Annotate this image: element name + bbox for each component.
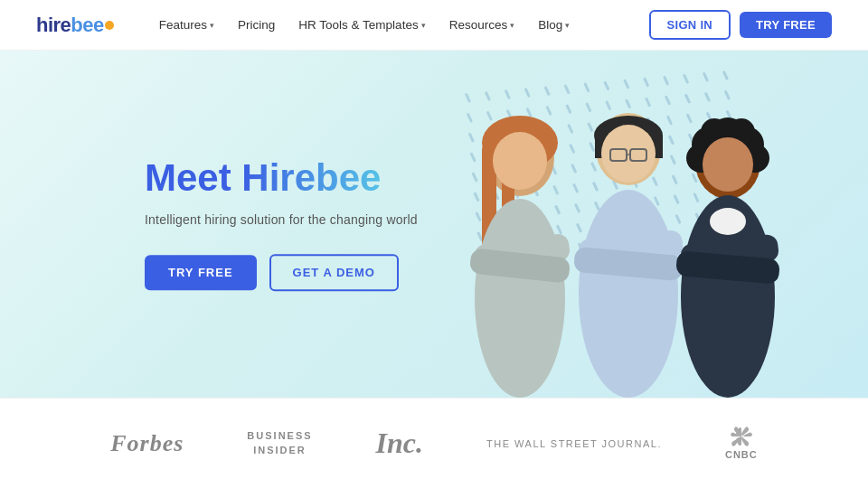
chevron-down-icon-4: ▾: [565, 21, 570, 30]
hero-people-illustration: [389, 63, 823, 398]
nav-hr-tools-label: HR Tools & Templates: [298, 18, 418, 32]
forbes-text: Forbes: [110, 430, 184, 457]
logos-bar: Forbes BUSINESSINSIDER Inc. THE WALL STR…: [0, 398, 868, 488]
nav-hr-tools[interactable]: HR Tools & Templates ▾: [289, 13, 434, 37]
cnbc-text: CNBC: [725, 449, 758, 460]
hero-tryfree-button[interactable]: TRY FREE: [145, 256, 257, 291]
hero-content: Meet Hirebee Intelligent hiring solution…: [145, 156, 418, 291]
business-insider-text: BUSINESSINSIDER: [247, 429, 312, 457]
chevron-down-icon-2: ▾: [421, 21, 426, 30]
cnbc-peacock-icon: [729, 427, 754, 446]
nav-pricing-label: Pricing: [238, 18, 275, 32]
nav-pricing[interactable]: Pricing: [229, 13, 284, 37]
nav-features[interactable]: Features ▾: [150, 13, 223, 37]
logo-inc: Inc.: [376, 427, 423, 460]
nav-resources-label: Resources: [449, 18, 508, 32]
chevron-down-icon: ▾: [210, 21, 214, 30]
nav-actions: SIGN IN TRY FREE: [649, 10, 832, 40]
hero-title-meet: Meet: [145, 156, 241, 199]
logo-cnbc: CNBC: [725, 427, 758, 460]
hero-title-brand: Hirebee: [241, 156, 381, 199]
nav-blog-label: Blog: [538, 18, 562, 32]
hero-title: Meet Hirebee: [145, 156, 418, 200]
hero-subtitle: Intelligent hiring solution for the chan…: [145, 213, 418, 228]
logo-wsj: THE WALL STREET JOURNAL.: [486, 438, 662, 449]
logo-text: hirebee: [36, 14, 104, 37]
nav-blog[interactable]: Blog ▾: [529, 13, 579, 37]
chevron-down-icon-3: ▾: [510, 21, 514, 30]
nav-features-label: Features: [159, 18, 207, 32]
navbar: hirebee Features ▾ Pricing HR Tools & Te…: [0, 0, 868, 51]
signin-button[interactable]: SIGN IN: [649, 10, 731, 40]
svg-point-28: [710, 208, 746, 235]
hero-buttons: TRY FREE GET A DEMO: [145, 255, 418, 292]
wsj-text: THE WALL STREET JOURNAL.: [486, 438, 662, 449]
logo-forbes: Forbes: [110, 430, 184, 457]
svg-point-5: [475, 199, 565, 398]
nav-links: Features ▾ Pricing HR Tools & Templates …: [150, 13, 649, 37]
svg-point-15: [579, 190, 678, 398]
inc-text: Inc.: [376, 427, 423, 460]
logo-bee-dot: [105, 21, 114, 30]
svg-point-26: [703, 137, 753, 192]
svg-point-4: [493, 132, 547, 190]
hero-section: Meet Hirebee Intelligent hiring solution…: [0, 51, 868, 398]
nav-resources[interactable]: Resources ▾: [440, 13, 524, 37]
hero-demo-button[interactable]: GET A DEMO: [269, 255, 399, 292]
tryfree-nav-button[interactable]: TRY FREE: [740, 12, 832, 38]
logo-business-insider: BUSINESSINSIDER: [247, 429, 312, 457]
logo[interactable]: hirebee: [36, 14, 114, 37]
